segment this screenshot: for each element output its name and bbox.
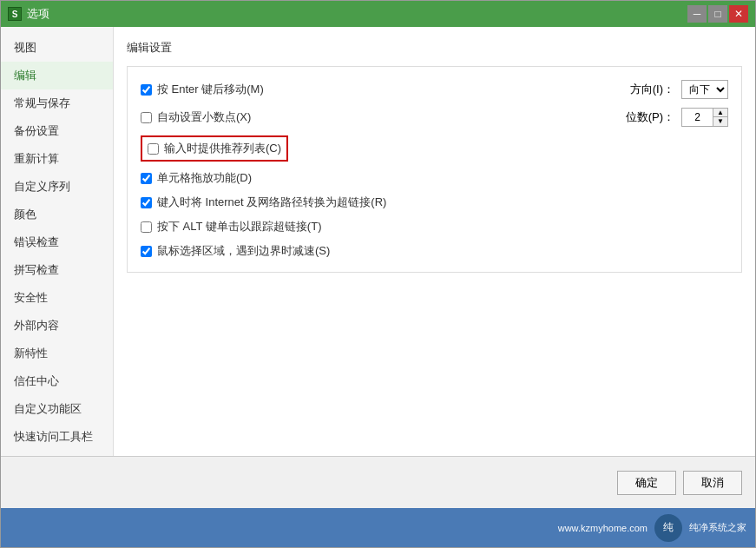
direction-control: 方向(I)： 向下 向上 向左 向右 (630, 80, 728, 99)
title-controls: ─ □ ✕ (687, 5, 748, 23)
sidebar-item-new-features[interactable]: 新特性 (1, 340, 113, 367)
window-title: 选项 (27, 6, 49, 22)
digits-spinbox[interactable]: ▲ ▼ (681, 108, 728, 127)
sidebar-item-quick-access[interactable]: 快速访问工具栏 (1, 423, 113, 451)
sidebar-item-external-content[interactable]: 外部内容 (1, 312, 113, 340)
scroll-decel-label[interactable]: 鼠标选择区域，遇到边界时减速(S) (141, 243, 330, 259)
sidebar-item-color[interactable]: 颜色 (1, 201, 113, 228)
scroll-decel-checkbox[interactable] (141, 246, 152, 257)
auto-decimal-row: 自动设置小数点(X) 位数(P)： ▲ ▼ (141, 108, 728, 127)
alt-click-label[interactable]: 按下 ALT 键单击以跟踪超链接(T) (141, 219, 321, 234)
sidebar-item-custom-sequence[interactable]: 自定义序列 (1, 173, 113, 201)
setting-row-autocomplete: 输入时提供推荐列表(C) (141, 135, 728, 162)
url-convert-checkbox[interactable] (141, 197, 152, 208)
maximize-button[interactable]: □ (708, 5, 727, 23)
watermark-site: www.kzmyhome.com (558, 523, 648, 533)
section-title: 编辑设置 (127, 40, 742, 56)
setting-row-url-convert: 键入时将 Internet 及网络路径转换为超链接(R) (141, 195, 728, 210)
footer-area: 确定 取消 (1, 456, 755, 508)
cancel-button[interactable]: 取消 (683, 471, 742, 495)
sidebar-item-view[interactable]: 视图 (1, 34, 113, 62)
direction-select[interactable]: 向下 向上 向左 向右 (681, 80, 728, 99)
setting-row-scroll-decel: 鼠标选择区域，遇到边界时减速(S) (141, 243, 728, 259)
direction-label: 方向(I)： (630, 82, 674, 97)
main-panel: 编辑设置 按 Enter 键后移动(M) 方向(I)： 向下 向上 (114, 27, 755, 456)
sidebar: 视图 编辑 常规与保存 备份设置 重新计算 自定义序列 颜色 错误检查 拼写检查… (1, 27, 114, 456)
setting-row-alt-click: 按下 ALT 键单击以跟踪超链接(T) (141, 219, 728, 234)
sidebar-item-general-save[interactable]: 常规与保存 (1, 89, 113, 117)
bottom-bar: www.kzmyhome.com 纯 纯净系统之家 (1, 508, 755, 547)
enter-move-checkbox[interactable] (141, 84, 152, 96)
autocomplete-checkbox[interactable] (148, 143, 159, 155)
title-bar-left: S 选项 (8, 6, 49, 22)
sidebar-item-customize-ribbon[interactable]: 自定义功能区 (1, 395, 113, 423)
sidebar-item-spell-check[interactable]: 拼写检查 (1, 256, 113, 284)
watermark-icon: 纯 (654, 514, 682, 542)
app-icon: S (8, 7, 22, 21)
cell-drag-label[interactable]: 单元格拖放功能(D) (141, 170, 252, 186)
minimize-button[interactable]: ─ (687, 5, 707, 23)
cell-drag-checkbox[interactable] (141, 173, 152, 184)
sidebar-item-recalc[interactable]: 重新计算 (1, 145, 113, 173)
spinbox-arrows: ▲ ▼ (713, 109, 727, 126)
sidebar-item-backup[interactable]: 备份设置 (1, 117, 113, 145)
title-bar: S 选项 ─ □ ✕ (1, 1, 755, 27)
autocomplete-highlighted: 输入时提供推荐列表(C) (141, 135, 288, 162)
ok-button[interactable]: 确定 (617, 471, 676, 495)
watermark-text: 纯净系统之家 (689, 521, 746, 534)
content-area: 视图 编辑 常规与保存 备份设置 重新计算 自定义序列 颜色 错误检查 拼写检查… (1, 27, 755, 456)
sidebar-item-trust-center[interactable]: 信任中心 (1, 367, 113, 395)
alt-click-checkbox[interactable] (141, 221, 152, 233)
settings-group: 按 Enter 键后移动(M) 方向(I)： 向下 向上 向左 向右 (127, 66, 742, 273)
close-button[interactable]: ✕ (729, 5, 748, 23)
setting-row-auto-decimal: 自动设置小数点(X) 位数(P)： ▲ ▼ (141, 108, 728, 127)
auto-decimal-checkbox[interactable] (141, 112, 152, 123)
digits-input[interactable] (682, 109, 713, 126)
digits-label: 位数(P)： (626, 109, 674, 125)
auto-decimal-label[interactable]: 自动设置小数点(X) (141, 109, 251, 125)
enter-move-label[interactable]: 按 Enter 键后移动(M) (141, 82, 264, 97)
url-convert-label[interactable]: 键入时将 Internet 及网络路径转换为超链接(R) (141, 195, 386, 210)
sidebar-item-error-check[interactable]: 错误检查 (1, 228, 113, 256)
sidebar-item-edit[interactable]: 编辑 (1, 62, 113, 89)
sidebar-item-security[interactable]: 安全性 (1, 284, 113, 312)
setting-row-enter-move: 按 Enter 键后移动(M) 方向(I)： 向下 向上 向左 向右 (141, 80, 728, 99)
autocomplete-label[interactable]: 输入时提供推荐列表(C) (164, 141, 281, 156)
watermark-icon-text: 纯 (663, 520, 674, 535)
setting-row-cell-drag: 单元格拖放功能(D) (141, 170, 728, 186)
dialog-window: S 选项 ─ □ ✕ 视图 编辑 常规与保存 备份设置 重新计算 自定义序列 颜… (0, 0, 756, 548)
spinbox-down[interactable]: ▼ (713, 117, 727, 126)
digits-control: 位数(P)： ▲ ▼ (626, 108, 728, 127)
enter-move-row: 按 Enter 键后移动(M) 方向(I)： 向下 向上 向左 向右 (141, 80, 728, 99)
spinbox-up[interactable]: ▲ (713, 109, 727, 117)
